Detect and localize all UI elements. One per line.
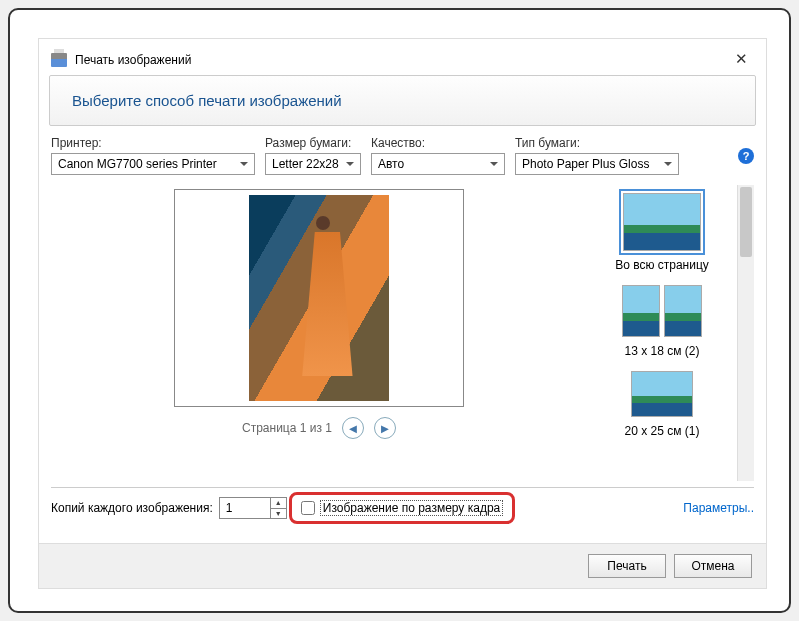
- layout-label: 20 x 25 см (1): [598, 421, 726, 441]
- printer-icon: [51, 53, 67, 67]
- prev-page-button[interactable]: ◄: [342, 417, 364, 439]
- layout-thumb-icon: [622, 285, 660, 337]
- printer-select[interactable]: Canon MG7700 series Printer: [51, 153, 255, 175]
- layout-thumb-icon: [631, 371, 693, 417]
- print-preview: [174, 189, 464, 407]
- next-page-button[interactable]: ►: [374, 417, 396, 439]
- close-button[interactable]: ✕: [726, 47, 756, 71]
- window-title: Печать изображений: [75, 53, 191, 67]
- print-controls: Принтер: Canon MG7700 series Printer Раз…: [39, 126, 766, 181]
- copies-input[interactable]: [220, 498, 270, 518]
- copies-stepper[interactable]: ▲ ▼: [219, 497, 287, 519]
- copies-label: Копий каждого изображения:: [51, 501, 213, 515]
- fit-frame-checkbox[interactable]: [301, 501, 315, 515]
- layout-thumb-icon: [623, 193, 701, 251]
- printer-label: Принтер:: [51, 136, 255, 150]
- layout-13x18[interactable]: 13 x 18 см (2): [598, 281, 726, 361]
- preview-photo: [249, 195, 389, 401]
- print-dialog: ✕ Печать изображений Выберите способ печ…: [38, 38, 767, 589]
- layout-label: 13 x 18 см (2): [598, 341, 726, 361]
- parameters-link[interactable]: Параметры..: [683, 501, 754, 515]
- papertype-select[interactable]: Photo Paper Plus Gloss: [515, 153, 679, 175]
- preview-area: Страница 1 из 1 ◄ ►: [51, 185, 587, 481]
- copies-up[interactable]: ▲: [271, 498, 286, 509]
- cancel-button[interactable]: Отмена: [674, 554, 752, 578]
- quality-label: Качество:: [371, 136, 505, 150]
- help-icon[interactable]: ?: [738, 148, 754, 164]
- papersize-label: Размер бумаги:: [265, 136, 361, 150]
- papertype-label: Тип бумаги:: [515, 136, 679, 150]
- banner-heading: Выберите способ печати изображений: [49, 75, 756, 126]
- print-button[interactable]: Печать: [588, 554, 666, 578]
- papersize-select[interactable]: Letter 22x28: [265, 153, 361, 175]
- layout-scrollbar[interactable]: [737, 185, 754, 481]
- layout-full-page[interactable]: Во всю страницу: [598, 189, 726, 275]
- copies-down[interactable]: ▼: [271, 509, 286, 519]
- layout-thumb-icon: [664, 285, 702, 337]
- quality-select[interactable]: Авто: [371, 153, 505, 175]
- layout-20x25[interactable]: 20 x 25 см (1): [598, 367, 726, 441]
- fit-frame-label: Изображение по размеру кадра: [320, 500, 503, 516]
- titlebar: Печать изображений: [39, 39, 766, 75]
- layout-label: Во всю страницу: [598, 255, 726, 275]
- layout-list: Во всю страницу 13 x 18 см (2) 20 x 25 с…: [587, 185, 737, 481]
- page-indicator: Страница 1 из 1: [242, 421, 332, 435]
